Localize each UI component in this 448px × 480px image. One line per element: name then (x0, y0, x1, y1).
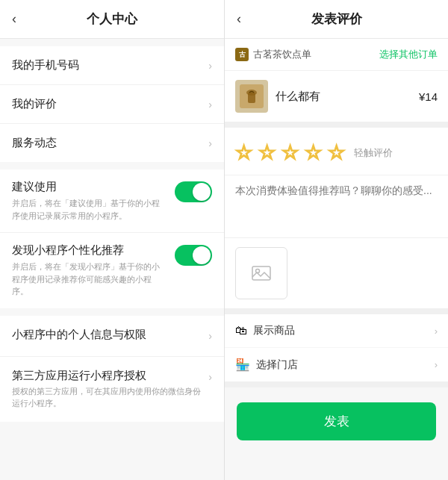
setting-recommend-toggle[interactable] (175, 181, 212, 202)
menu-review-label: 我的评价 (12, 97, 57, 111)
right-title: 发表评价 (311, 10, 362, 28)
setting-discover-toggle[interactable] (175, 245, 212, 266)
show-product-chevron: › (435, 325, 438, 337)
action-rows: 🛍 展示商品 › 🏪 选择门店 › (225, 314, 448, 387)
select-store-label: 选择门店 (256, 358, 298, 372)
menu-item-service[interactable]: 服务动态 › (0, 124, 224, 162)
menu-phone-label: 我的手机号码 (12, 58, 79, 72)
nav-auth-title: 第三方应用运行小程序授权 (12, 369, 208, 383)
upload-image-button[interactable] (235, 247, 287, 299)
star-4[interactable]: ☆ (305, 141, 322, 164)
comment-area (225, 175, 448, 238)
star-2[interactable]: ☆ (258, 141, 276, 164)
menu-section: 我的手机号码 › 我的评价 › 服务动态 › (0, 46, 224, 162)
menu-service-chevron: › (208, 137, 212, 149)
bag-icon: 🛍 (235, 324, 247, 337)
menu-service-label: 服务动态 (12, 136, 57, 150)
store-icon: 🏪 (235, 358, 250, 372)
nav-auth-chevron: › (208, 371, 212, 383)
nav-privacy-title: 小程序中的个人信息与权限 (12, 328, 146, 342)
menu-phone-chevron: › (208, 60, 212, 72)
star-3[interactable]: ☆ (281, 141, 299, 164)
left-back-button[interactable]: ‹ (12, 11, 16, 27)
svg-rect-2 (248, 93, 255, 103)
menu-item-phone[interactable]: 我的手机号码 › (0, 46, 224, 85)
action-show-product[interactable]: 🛍 展示商品 › (225, 314, 448, 348)
shop-icon (235, 48, 249, 61)
menu-review-chevron: › (208, 99, 212, 110)
submit-area: 发表 (225, 387, 448, 455)
image-upload (225, 238, 448, 314)
svg-rect-3 (252, 267, 270, 280)
product-name: 什么都有 (276, 90, 320, 104)
order-select-link[interactable]: 选择其他订单 (379, 48, 438, 61)
right-back-button[interactable]: ‹ (237, 11, 241, 27)
order-info: 古茗茶饮点单 选择其他订单 (225, 39, 448, 71)
setting-discover: 发现小程序个性化推荐 并启后，将在「发现小程序」基于你的小程序使用记录推荐你可能… (0, 233, 224, 308)
right-panel: ‹ 发表评价 古茗茶饮点单 选择其他订单 (224, 0, 448, 480)
nav-privacy-chevron: › (208, 330, 212, 342)
product-image (235, 80, 268, 113)
nav-item-privacy[interactable]: 小程序中的个人信息与权限 › (0, 316, 224, 357)
menu-item-review[interactable]: 我的评价 › (0, 85, 224, 124)
star-1[interactable]: ☆ (235, 141, 252, 164)
setting-recommend-desc: 并启后，将在「建议使用」基于你的小程序使用记录展示常用的小程序。 (12, 197, 167, 222)
submit-button[interactable]: 发表 (237, 402, 436, 440)
nav-auth-desc: 授权的第三方应用，可在其应用内使用你的微信身份运行小程序。 (12, 385, 208, 410)
nav-section: 小程序中的个人信息与权限 › 第三方应用运行小程序授权 授权的第三方应用，可在其… (0, 316, 224, 422)
setting-recommend: 建议使用 并启后，将在「建议使用」基于你的小程序使用记录展示常用的小程序。 (0, 169, 224, 233)
stars-hint: 轻触评价 (354, 146, 393, 160)
setting-recommend-content: 建议使用 并启后，将在「建议使用」基于你的小程序使用记录展示常用的小程序。 (12, 180, 167, 222)
star-5[interactable]: ☆ (328, 141, 345, 164)
setting-discover-desc: 并启后，将在「发现小程序」基于你的小程序使用记录推荐你可能感兴趣的小程序。 (12, 261, 167, 298)
select-store-chevron: › (435, 359, 438, 370)
nav-item-auth[interactable]: 第三方应用运行小程序授权 授权的第三方应用，可在其应用内使用你的微信身份运行小程… (0, 357, 224, 422)
show-product-label: 展示商品 (253, 324, 295, 337)
setting-discover-content: 发现小程序个性化推荐 并启后，将在「发现小程序」基于你的小程序使用记录推荐你可能… (12, 243, 167, 298)
left-panel: ‹ 个人中心 我的手机号码 › 我的评价 › 服务动态 › 建议使用 并启后，将… (0, 0, 224, 480)
action-select-store[interactable]: 🏪 选择门店 › (225, 348, 448, 381)
product-price: ¥14 (419, 90, 438, 103)
review-content: 古茗茶饮点单 选择其他订单 什么都有 ¥14 ☆ (225, 39, 448, 480)
left-title: 个人中心 (87, 10, 137, 28)
stars-section: ☆ ☆ ☆ ☆ ☆ 轻触评价 (225, 128, 448, 175)
right-header: ‹ 发表评价 (225, 0, 448, 39)
setting-recommend-title: 建议使用 (12, 180, 167, 194)
settings-section: 建议使用 并启后，将在「建议使用」基于你的小程序使用记录展示常用的小程序。 发现… (0, 169, 224, 308)
left-header: ‹ 个人中心 (0, 0, 224, 39)
product-row: 什么都有 ¥14 (225, 71, 448, 128)
setting-discover-title: 发现小程序个性化推荐 (12, 243, 167, 258)
comment-input[interactable] (235, 184, 438, 225)
order-shop-name: 古茗茶饮点单 (253, 48, 311, 61)
